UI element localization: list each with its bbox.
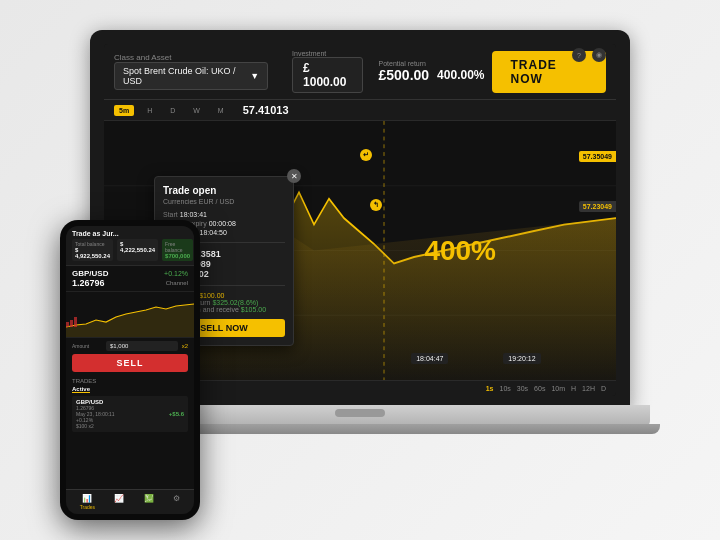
time-5m-button[interactable]: 5m — [114, 105, 134, 116]
mobile-controls: Amount $1,000 x2 SELL — [66, 337, 194, 375]
nav-interval-10s[interactable]: 10s — [500, 385, 511, 392]
nav-interval-d[interactable]: D — [601, 385, 606, 392]
trades-label: TRADES — [72, 378, 188, 384]
amount-label: Amount — [72, 343, 102, 349]
total-balance-value: $ 4,922,550.24 — [75, 247, 110, 259]
chevron-down-icon: ▼ — [250, 71, 259, 81]
amount-row: Amount $1,000 x2 — [72, 341, 188, 351]
channel-label: Channel — [166, 280, 188, 286]
available-balance: $ 4,222,550.24 — [117, 239, 158, 261]
nav-interval-h[interactable]: H — [571, 385, 576, 392]
settings-icon[interactable]: ◉ — [592, 48, 606, 62]
trades-nav-label: Trades — [80, 504, 95, 510]
potential-section: Potential return £500.00 400.00% — [379, 60, 485, 83]
asset-select[interactable]: Spot Brent Crude Oil: UKO / USD ▼ — [114, 62, 268, 90]
markets-nav-icon: 💹 — [144, 494, 154, 503]
price-display: 57.41013 — [243, 104, 289, 116]
popup-start: Start 18:03:41 — [163, 211, 285, 218]
mobile-phone: Trade as Jur... Total balance $ 4,922,55… — [60, 220, 200, 520]
nav-interval-60s[interactable]: 60s — [534, 385, 545, 392]
pair-row: GBP/USD +0.12% — [72, 269, 188, 278]
scene: Class and Asset Spot Brent Crude Oil: UK… — [0, 0, 720, 540]
nav-interval-30s[interactable]: 30s — [517, 385, 528, 392]
trade-item-left: GBP/USD 1.26796 May 23, 18:00:11 +0.12% … — [76, 399, 115, 429]
mobile-trades: TRADES Active GBP/USD 1.26796 May 23, 18… — [66, 375, 194, 489]
investment-label: Investment — [292, 50, 362, 57]
mobile-screen: Trade as Jur... Total balance $ 4,922,55… — [66, 226, 194, 514]
amount-input[interactable]: $1,000 — [106, 341, 178, 351]
big-percentage-label: 400% — [424, 235, 496, 267]
trades-nav-icon: 📊 — [82, 494, 92, 503]
chart-marker-1: ↵ — [360, 149, 372, 161]
leverage-value: x2 — [182, 343, 188, 349]
trade-item: GBP/USD 1.26796 May 23, 18:00:11 +0.12% … — [72, 396, 188, 432]
svg-rect-6 — [74, 317, 77, 327]
trade-tab-active[interactable]: Active — [72, 386, 90, 393]
nav-interval-12h[interactable]: 12H — [582, 385, 595, 392]
popup-subtitle: Currencies EUR / USD — [163, 198, 285, 205]
top-bar: Class and Asset Spot Brent Crude Oil: UK… — [104, 44, 616, 100]
asset-value: Spot Brent Crude Oil: UKO / USD — [123, 66, 246, 86]
time-d-button[interactable]: D — [165, 105, 180, 116]
total-balance: Total balance $ 4,922,550.24 — [72, 239, 113, 261]
time-bar: 5m H D W M 57.41013 ? ◉ — [104, 100, 616, 121]
svg-rect-4 — [66, 322, 69, 327]
investment-section: Investment £ 1000.00 — [292, 50, 362, 93]
nav-interval-1s[interactable]: 1s — [486, 385, 494, 392]
investment-value[interactable]: £ 1000.00 — [292, 57, 362, 93]
potential-pct: 400.00% — [437, 68, 484, 82]
nav-item-settings[interactable]: ⚙ — [173, 494, 180, 510]
time-marker-2: 19:20:12 — [503, 353, 540, 364]
mobile-balances: Total balance $ 4,922,550.24 $ 4,222,550… — [72, 239, 188, 261]
settings-nav-icon: ⚙ — [173, 494, 180, 503]
nav-interval-10m[interactable]: 10m — [551, 385, 565, 392]
sell-button[interactable]: SELL — [72, 354, 188, 372]
trade-tabs: Active — [72, 386, 188, 393]
popup-close-button[interactable]: ✕ — [287, 169, 301, 183]
pair-price: 1.26796 — [72, 278, 105, 288]
free-balance-label: Free balance — [165, 241, 190, 253]
price-marker-2: 57.23049 — [579, 201, 616, 212]
available-balance-value: $ 4,222,550.24 — [120, 241, 155, 253]
pair-name: GBP/USD — [72, 269, 108, 278]
trade-profit: +$5.6 — [169, 411, 184, 417]
mobile-pair: GBP/USD +0.12% 1.26796 Channel — [66, 266, 194, 292]
mobile-title: Trade as Jur... — [72, 230, 188, 237]
time-h-button[interactable]: H — [142, 105, 157, 116]
free-balance-value: $700,000 — [165, 253, 190, 259]
time-marker-1: 18:04:47 — [411, 353, 448, 364]
mobile-bottom-nav: 📊 Trades 📈 💹 ⚙ — [66, 489, 194, 514]
class-asset-label: Class and Asset — [114, 53, 268, 62]
potential-label: Potential return — [379, 60, 485, 67]
pair-change: +0.12% — [164, 270, 188, 277]
time-m-button[interactable]: M — [213, 105, 229, 116]
potential-value: £500.00 — [379, 67, 430, 83]
svg-rect-5 — [70, 320, 73, 327]
mobile-chart — [66, 292, 194, 337]
nav-item-markets[interactable]: 💹 — [144, 494, 154, 510]
nav-item-trades[interactable]: 📊 Trades — [80, 494, 95, 510]
settings-icons: ? ◉ — [572, 48, 606, 62]
trade-info-4: $100 x2 — [76, 423, 115, 429]
popup-title: Trade open — [163, 185, 285, 196]
pair-price-row: 1.26796 Channel — [72, 278, 188, 288]
price-marker-1: 57.35049 — [579, 151, 616, 162]
time-w-button[interactable]: W — [188, 105, 205, 116]
mobile-header: Trade as Jur... Total balance $ 4,922,55… — [66, 226, 194, 266]
mobile-chart-svg — [66, 292, 194, 337]
chart-nav-icon: 📈 — [114, 494, 124, 503]
free-balance: Free balance $700,000 — [162, 239, 193, 261]
question-icon[interactable]: ? — [572, 48, 586, 62]
nav-item-chart[interactable]: 📈 — [114, 494, 124, 510]
